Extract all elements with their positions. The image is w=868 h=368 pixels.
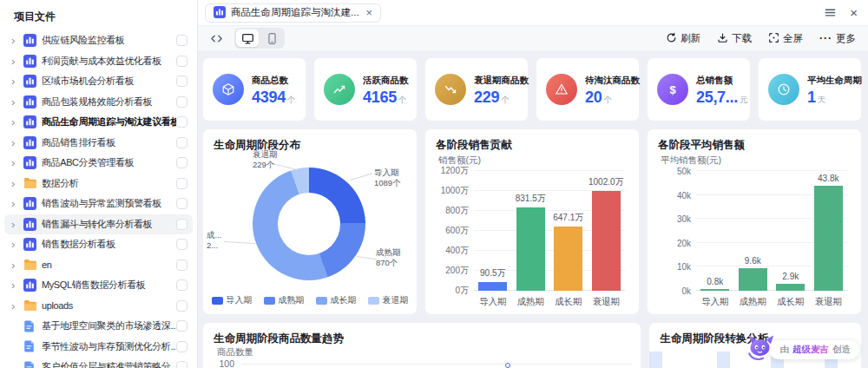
- sidebar-item[interactable]: ›区域市场机会分析看板: [4, 71, 193, 92]
- dashboard-icon: [23, 279, 42, 292]
- x-axis-tick: 衰退期: [810, 296, 848, 308]
- kpi-body: 活跃商品数4165个: [363, 75, 409, 105]
- kpi-body: 衰退期商品数229个: [474, 75, 521, 105]
- sidebar-item[interactable]: ›基于地理空间聚类的市场渗透深...: [4, 316, 193, 337]
- item-checkbox[interactable]: [176, 219, 187, 230]
- fullscreen-button[interactable]: 全屏: [768, 32, 803, 45]
- more-button[interactable]: ··· 更多: [819, 32, 856, 45]
- chevron-right-icon[interactable]: ›: [11, 260, 23, 271]
- item-checkbox[interactable]: [176, 320, 187, 332]
- chevron-right-icon[interactable]: ›: [11, 96, 23, 108]
- sidebar-item[interactable]: ›销售数据分析看板: [4, 234, 193, 255]
- menu-icon[interactable]: [824, 6, 837, 19]
- dollar-icon: $: [657, 74, 688, 105]
- sidebar-item[interactable]: ›销售漏斗与转化率分析看板: [4, 214, 193, 235]
- code-view-button[interactable]: [205, 29, 227, 48]
- trend-up-icon: [324, 74, 355, 105]
- sidebar-item[interactable]: ›商品销售排行看板: [4, 133, 193, 154]
- sidebar-item[interactable]: ›季节性波动与库存预测优化分析...: [4, 337, 193, 358]
- legend-label: 成熟期: [279, 294, 305, 306]
- sidebar-item[interactable]: ›en: [4, 255, 193, 276]
- chevron-right-icon[interactable]: ›: [11, 116, 23, 128]
- legend-item[interactable]: 成熟期: [264, 294, 305, 306]
- chevron-right-icon[interactable]: ›: [11, 76, 23, 87]
- sidebar-item[interactable]: ›商品ABC分类管理看板: [4, 153, 193, 174]
- chevron-right-icon[interactable]: ›: [11, 178, 23, 189]
- mobile-view-button[interactable]: [260, 30, 283, 47]
- tab-product-lifecycle[interactable]: 商品生命周期追踪与淘汰建... ×: [205, 3, 381, 23]
- sidebar-item-label: 商品包装规格效能分析看板: [42, 95, 176, 108]
- chevron-right-icon[interactable]: ›: [11, 239, 23, 250]
- item-checkbox[interactable]: [176, 300, 187, 312]
- sidebar-item[interactable]: ›销售波动与异常监测预警看板: [4, 194, 193, 214]
- dashboard-content: 商品总数4394个活跃商品数4165个衰退期商品数229个待淘汰商品数20个$总…: [198, 50, 868, 368]
- chevron-right-icon[interactable]: ›: [11, 219, 23, 230]
- sidebar-item[interactable]: ›供应链风险监控看板: [4, 30, 193, 51]
- item-checkbox[interactable]: [176, 35, 187, 46]
- chevron-right-icon[interactable]: ›: [11, 56, 23, 67]
- kpi-row: 商品总数4394个活跃商品数4165个衰退期商品数229个待淘汰商品数20个$总…: [202, 57, 862, 122]
- chevron-right-icon[interactable]: ›: [11, 137, 23, 148]
- kpi-unit: 元: [740, 95, 747, 104]
- sidebar-item-label: 季节性波动与库存预测优化分析...: [42, 340, 176, 353]
- bars: 0.8k9.6k2.9k43.8k: [696, 171, 847, 291]
- kpi-value: 20个: [585, 89, 632, 105]
- item-checkbox[interactable]: [176, 116, 187, 128]
- bar-fragment: [649, 352, 662, 368]
- donut-callout-label: 成...2...: [207, 230, 221, 251]
- download-button[interactable]: 下载: [717, 32, 752, 45]
- gridline: [241, 364, 632, 365]
- item-checkbox[interactable]: [176, 157, 187, 168]
- refresh-label: 刷新: [681, 32, 700, 45]
- legend-item[interactable]: 衰退期: [368, 294, 409, 306]
- item-checkbox[interactable]: [176, 260, 187, 271]
- chevron-right-icon[interactable]: ›: [11, 198, 23, 209]
- y-axis-tick: 1000万: [441, 185, 469, 197]
- window-close-icon[interactable]: ×: [850, 6, 858, 19]
- chevron-right-icon[interactable]: ›: [11, 300, 23, 312]
- item-checkbox[interactable]: [176, 279, 187, 291]
- box-icon: [213, 74, 244, 105]
- item-checkbox[interactable]: [176, 137, 187, 148]
- dashboard-icon: [214, 6, 226, 20]
- window-controls: ×: [824, 6, 858, 19]
- item-checkbox[interactable]: [176, 76, 187, 87]
- sidebar-item[interactable]: ›商品生命周期追踪与淘汰建议看板: [4, 112, 193, 133]
- tab-close-icon[interactable]: ×: [366, 6, 373, 19]
- kpi-unit: 天: [818, 95, 825, 104]
- sidebar-item[interactable]: ›uploads: [4, 296, 193, 317]
- item-checkbox[interactable]: [176, 361, 187, 368]
- sidebar-item[interactable]: ›商品包装规格效能分析看板: [4, 92, 193, 113]
- y-axis-tick: 200万: [445, 265, 469, 277]
- sidebar-item-label: 数据分析: [42, 177, 176, 190]
- bar-value-label: 43.8k: [818, 174, 838, 183]
- sidebar-item-label: 供应链风险监控看板: [42, 34, 176, 47]
- dashboard-icon: [23, 156, 42, 169]
- item-checkbox[interactable]: [176, 239, 187, 250]
- watermark-suffix: 创造: [832, 344, 851, 356]
- item-checkbox[interactable]: [176, 198, 187, 209]
- more-label: 更多: [836, 32, 856, 45]
- chevron-right-icon[interactable]: ›: [11, 35, 23, 46]
- item-checkbox[interactable]: [176, 56, 187, 67]
- bar-value-label: 1002.0万: [589, 176, 624, 188]
- item-checkbox[interactable]: [176, 96, 187, 108]
- legend-item[interactable]: 成长期: [316, 294, 357, 306]
- sidebar-item[interactable]: ›客户价值分层与精准营销策略分...: [4, 357, 193, 368]
- desktop-view-button[interactable]: [236, 30, 259, 47]
- y-axis-tick: 0k: [681, 286, 691, 296]
- watermark[interactable]: 由 超级麦吉 创造: [745, 332, 860, 366]
- sidebar-item[interactable]: ›利润贡献与成本效益优化看板: [4, 51, 193, 72]
- device-toggle: [234, 28, 285, 49]
- legend-item[interactable]: 导入期: [212, 294, 253, 306]
- chart-title: 生命周期阶段商品数量趋势: [214, 332, 344, 346]
- sidebar-item[interactable]: ›MySQL销售数据分析看板: [4, 275, 193, 296]
- fullscreen-icon: [768, 32, 779, 45]
- sidebar-item[interactable]: ›数据分析: [4, 174, 193, 194]
- chevron-right-icon[interactable]: ›: [11, 157, 23, 168]
- item-checkbox[interactable]: [176, 341, 187, 352]
- donut-callout-label: 成熟期870个: [376, 247, 401, 268]
- chevron-right-icon[interactable]: ›: [11, 279, 23, 291]
- refresh-button[interactable]: 刷新: [666, 32, 700, 45]
- item-checkbox[interactable]: [176, 178, 187, 189]
